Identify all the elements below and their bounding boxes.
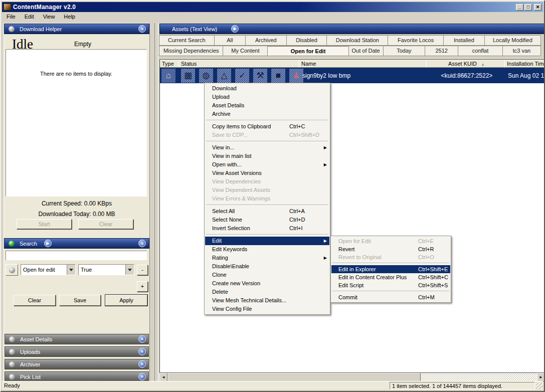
title-bar[interactable]: ContentManager v2.0 _ □ ✕ [2,2,543,12]
column-type[interactable]: Type [159,60,179,68]
column-installation-time[interactable]: Installation Time [504,60,544,68]
menu-file[interactable]: File [2,13,20,21]
tab-archived[interactable]: Archived [245,35,287,46]
tab-tc3-van[interactable]: tc3 van [502,46,541,56]
remove-criteria-button[interactable]: - [137,265,148,275]
tab-current-search[interactable]: Current Search [159,35,215,46]
download-clear-button[interactable]: Clear [78,219,133,229]
minimize-button[interactable]: _ [516,4,523,11]
menu-item-disable-enable[interactable]: Disable\Enable [205,262,329,271]
column-name[interactable]: Name [299,60,427,68]
search-run-icon[interactable]: ▶ [44,240,52,247]
scrollbar-thumb[interactable] [167,373,421,381]
menu-edit[interactable]: Edit [20,13,39,21]
column-asset-kuid[interactable]: Asset KUID▲ [426,60,505,68]
submenu-item-commit[interactable]: CommitCtrl+M [331,293,450,301]
menu-item-edit[interactable]: Edit▶ [205,237,329,245]
menu-item-edit-keywords[interactable]: Edit Keywords [205,245,329,254]
scroll-right-icon[interactable]: ► [537,373,545,381]
tab-download-station[interactable]: Download Station [326,35,388,46]
panel-asset-details[interactable]: Asset Details » [5,334,149,344]
filter-field-dropdown[interactable]: Open for edit [21,264,76,275]
menu-item-select-all[interactable]: Select AllCtrl+A [205,207,329,216]
submenu-item-revert-to-original[interactable]: Revert to OriginalCtrl+O [331,253,450,261]
panel-uploads[interactable]: Uploads » [5,346,149,357]
tab-today[interactable]: Today [383,46,426,56]
download-queue-list[interactable]: There are no items to display. [6,49,147,197]
menu-item-view-config-file[interactable]: View Config File [205,305,329,313]
tab-conflat[interactable]: conflat [458,46,503,56]
tab-2512[interactable]: 2512 [425,46,458,56]
search-save-button[interactable]: Save [59,295,101,306]
tab-missing-dependencies[interactable]: Missing Dependencies [159,46,223,56]
download-helper-header[interactable]: Download Helper » [4,24,149,34]
search-input[interactable] [6,251,147,260]
menu-item-view-asset-versions[interactable]: View Asset Versions [205,169,329,177]
tab-out-of-date[interactable]: Out of Date [348,46,384,56]
start-button[interactable]: Start [17,219,72,229]
menu-item-upload[interactable]: Upload [205,93,329,101]
submenu-item-open-for-edit[interactable]: Open for EditCtrl+E [331,237,450,245]
menu-item-select-none[interactable]: Select NoneCtrl+D [205,216,329,224]
expand-chevron-icon[interactable]: » [138,335,146,343]
menu-item-rating[interactable]: Rating▶ [205,254,329,262]
submenu-item-revert[interactable]: RevertCtrl+R [331,245,450,253]
submenu-item-edit-in-explorer[interactable]: Edit in ExplorerCtrl+Shift+E [331,265,450,273]
menu-item-view-dependencies[interactable]: View Dependencies [205,177,329,186]
tab-locally-modified[interactable]: Locally Modified [484,35,541,46]
panel-splitter[interactable] [154,23,158,382]
filter-value-dropdown[interactable]: True [78,264,134,275]
panel-pick-list[interactable]: Pick List » [5,371,149,382]
search-apply-button[interactable]: Apply [105,295,147,306]
menu-item-archive[interactable]: Archive [205,110,329,118]
assets-header[interactable]: Assets (Text View) ▶ [159,24,545,34]
submenu-item-edit-script[interactable]: Edit ScriptCtrl+Shift+S [331,281,450,289]
tab-open-for-edit[interactable]: Open for Edit [267,46,348,56]
menu-item-clone[interactable]: Clone [205,271,329,279]
menu-item-save-to-cdp[interactable]: Save to CDP...Ctrl+Shift+D [205,131,329,139]
menu-item-delete[interactable]: Delete [205,288,329,296]
menu-item-create-new-version[interactable]: Create new Version [205,279,329,288]
tab-my-content[interactable]: My Content [223,46,268,56]
menu-help[interactable]: Help [59,13,80,21]
tab-all[interactable]: All [214,35,246,46]
menu-item-open-with[interactable]: Open with...▶ [205,160,329,169]
search-criteria-icon-button[interactable] [6,264,18,276]
search-collapse-chevron-icon[interactable]: » [138,240,146,247]
menu-item-asset-details[interactable]: Asset Details [205,101,329,110]
tab-favorite-locos[interactable]: Favorite Locos [388,35,444,46]
submenu-item-edit-in-content-creator-plus[interactable]: Edit in Content Creator PlusCtrl+Shift+C [331,273,450,281]
menu-view[interactable]: View [39,13,60,21]
menu-item-invert-selection[interactable]: Invert SelectionCtrl+I [205,224,329,233]
submenu-arrow-icon: ▶ [324,254,327,262]
assets-play-icon[interactable]: ▶ [231,25,239,33]
scrollbar-track[interactable] [421,373,537,381]
menu-item-download[interactable]: Download [205,84,329,93]
table-row[interactable]: ⌂ ▦ ◍ △ ✓ ⚒ ■ ♟ sign9by2 low bmp <kuid:8… [160,68,544,83]
menu-item-view-in-main-list[interactable]: View in main list [205,152,329,160]
expand-chevron-icon[interactable]: » [138,373,146,380]
search-panel-header[interactable]: Search ▶ » [4,238,149,249]
menu-item-view-in[interactable]: View in...▶ [205,143,329,152]
menu-item-view-errors-warnings[interactable]: View Errors & Warnings [205,194,329,203]
panel-archiver[interactable]: Archiver » [5,359,149,369]
expand-chevron-icon[interactable]: » [138,360,146,368]
submenu-arrow-icon: ▶ [324,143,327,152]
scroll-left-icon[interactable]: ◄ [159,373,167,381]
collapse-chevron-icon[interactable]: » [138,25,146,33]
tab-disabled[interactable]: Disabled [286,35,327,46]
expand-chevron-icon[interactable]: » [138,348,146,355]
column-status[interactable]: Status [178,60,299,68]
dropdown-arrow-icon[interactable] [67,265,75,275]
menu-item-copy-items[interactable]: Copy items to ClipboardCtrl+C [205,122,329,131]
resize-grip[interactable] [536,383,542,389]
horizontal-scrollbar[interactable]: ◄ ► [159,373,545,381]
maximize-button[interactable]: □ [524,4,532,11]
menu-item-view-dependent-assets[interactable]: View Dependent Assets [205,186,329,194]
search-clear-button[interactable]: Clear [14,295,56,306]
menu-item-view-mesh-details[interactable]: View Mesh Technical Details... [205,296,329,305]
tab-installed[interactable]: Installed [443,35,485,46]
add-criteria-button[interactable]: + [137,281,148,292]
dropdown-arrow-icon[interactable] [125,265,134,275]
close-button[interactable]: ✕ [534,4,541,11]
